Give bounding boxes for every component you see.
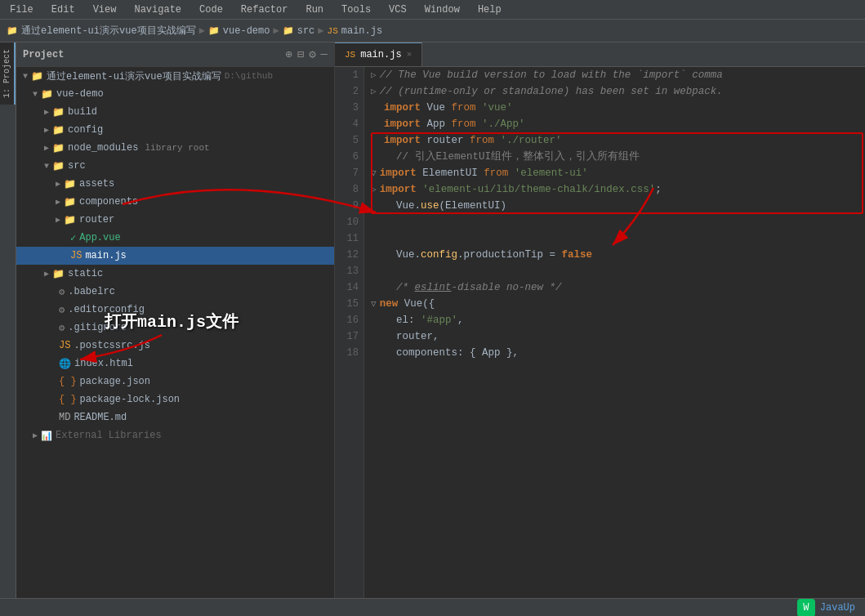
new-kw-15: new bbox=[380, 296, 399, 312]
tree-external-libraries[interactable]: ▶ 📊 External Libraries bbox=[16, 426, 334, 444]
project-tab[interactable]: 1: Project bbox=[0, 42, 16, 105]
code-line-12: Vue. config .productionTip = false bbox=[371, 247, 858, 263]
tree-package-json[interactable]: { } package.json bbox=[16, 373, 334, 391]
space-7b bbox=[508, 165, 515, 181]
tree-babelrc[interactable]: ⚙ .babelrc bbox=[16, 283, 334, 301]
menu-file[interactable]: File bbox=[7, 2, 37, 17]
breadcrumb-sep-2: ▶ bbox=[273, 25, 279, 37]
tree-main-js[interactable]: JS main.js bbox=[16, 247, 334, 265]
import-kw-3: import bbox=[384, 100, 421, 116]
from-kw-5: from bbox=[470, 132, 494, 149]
code-line-1: ▷ // The Vue build version to load with … bbox=[371, 67, 858, 83]
breadcrumb-file-icon: JS bbox=[328, 26, 338, 36]
tree-assets[interactable]: ▶ 📁 assets bbox=[16, 175, 334, 193]
breadcrumb-folder-icon-1: 📁 bbox=[7, 25, 18, 36]
el-16: el: bbox=[384, 312, 421, 328]
static-folder-icon: 📁 bbox=[52, 268, 65, 280]
sidebar-title: Project bbox=[23, 49, 64, 60]
tree-gitignore[interactable]: ⚙ .gitignore bbox=[16, 319, 334, 337]
breadcrumb-item-1[interactable]: 通过element-ui演示vue项目实战编写 bbox=[21, 24, 196, 38]
str-4: './App' bbox=[482, 116, 525, 132]
tree-node-modules[interactable]: ▶ 📁 node_modules library root bbox=[16, 139, 334, 157]
sidebar-action-add[interactable]: ⊕ bbox=[285, 47, 292, 61]
space-7a: ElementUI bbox=[417, 165, 484, 181]
tree-router[interactable]: ▶ 📁 router bbox=[16, 211, 334, 229]
str-16: '#app' bbox=[421, 312, 457, 328]
editorconfig-label: .editorconfig bbox=[68, 304, 145, 315]
sidebar-action-collapse[interactable]: ⊟ bbox=[297, 47, 304, 61]
index-html-icon: 🌐 bbox=[59, 358, 71, 370]
menu-code[interactable]: Code bbox=[196, 2, 226, 17]
router-folder-icon: 📁 bbox=[64, 214, 76, 226]
sidebar-action-settings[interactable]: ⚙ bbox=[309, 47, 315, 61]
breadcrumb-item-4[interactable]: main.js bbox=[341, 25, 382, 37]
node-modules-arrow: ▶ bbox=[44, 143, 49, 153]
config-label: config bbox=[68, 124, 103, 136]
tree-app-vue[interactable]: ✓ App.vue bbox=[16, 229, 334, 247]
status-bar: W JavaUp bbox=[0, 598, 865, 616]
menu-refactor[interactable]: Refactor bbox=[238, 2, 292, 17]
root-folder-icon: 📁 bbox=[31, 70, 43, 83]
tree-postcssrc[interactable]: JS .postcssrc.js bbox=[16, 337, 334, 355]
breadcrumb-folder-icon-2: 📁 bbox=[208, 25, 220, 36]
breadcrumb-item-3[interactable]: src bbox=[297, 25, 315, 37]
gitignore-label: .gitignore bbox=[68, 322, 127, 333]
tree-root[interactable]: ▼ 📁 通过element-ui演示vue项目实战编写 D:\github bbox=[16, 67, 334, 85]
tree-src[interactable]: ▼ 📁 src bbox=[16, 157, 334, 175]
menu-vcs[interactable]: VCS bbox=[386, 2, 410, 17]
tree-config[interactable]: ▶ 📁 config bbox=[16, 121, 334, 139]
code-line-13 bbox=[371, 263, 858, 279]
breadcrumb: 📁 通过element-ui演示vue项目实战编写 ▶ 📁 vue-demo ▶… bbox=[0, 20, 865, 42]
tree-build[interactable]: ▶ 📁 build bbox=[16, 103, 334, 121]
tree-components[interactable]: ▶ 📁 components bbox=[16, 193, 334, 211]
tab-close-button[interactable]: × bbox=[407, 50, 412, 60]
menu-window[interactable]: Window bbox=[421, 2, 463, 17]
tab-file-icon: JS bbox=[345, 50, 355, 60]
sidebar: Project ⊕ ⊟ ⚙ — ▼ 📁 通过element-ui演示vue项目实… bbox=[16, 42, 335, 598]
tree-static[interactable]: ▶ 📁 static bbox=[16, 265, 334, 283]
components-label: components bbox=[79, 196, 138, 208]
tree-index-html[interactable]: 🌐 index.html bbox=[16, 355, 334, 373]
menu-help[interactable]: Help bbox=[475, 2, 505, 17]
app-vue-label: App.vue bbox=[79, 232, 120, 243]
tree-vue-demo[interactable]: ▼ 📁 vue-demo bbox=[16, 85, 334, 103]
menu-view[interactable]: View bbox=[90, 2, 120, 17]
tree-editorconfig[interactable]: ⚙ .editorconfig bbox=[16, 301, 334, 319]
vue-demo-arrow: ▼ bbox=[33, 90, 38, 99]
main-js-tab[interactable]: JS main.js × bbox=[335, 42, 422, 66]
import-kw-4: import bbox=[384, 116, 421, 132]
space-5b bbox=[494, 132, 501, 149]
from-kw-7: from bbox=[484, 165, 508, 181]
code-line-17: router, bbox=[371, 328, 858, 345]
breadcrumb-sep-1: ▶ bbox=[199, 25, 205, 37]
components-folder-icon: 📁 bbox=[64, 196, 76, 208]
ext-libs-icon: 📊 bbox=[41, 431, 52, 441]
from-kw-3: from bbox=[452, 100, 476, 116]
config-method-12: config bbox=[421, 247, 457, 263]
sidebar-content: ▼ 📁 通过element-ui演示vue项目实战编写 D:\github ▼ … bbox=[16, 67, 334, 598]
tree-package-lock-json[interactable]: { } package-lock.json bbox=[16, 391, 334, 408]
code-line-3: import Vue from 'vue' bbox=[371, 100, 858, 116]
wechat-icon: W bbox=[797, 599, 815, 617]
readme-icon: MD bbox=[59, 412, 70, 423]
menu-navigate[interactable]: Navigate bbox=[131, 2, 185, 17]
tree-readme[interactable]: MD README.md bbox=[16, 408, 334, 426]
breadcrumb-item-2[interactable]: vue-demo bbox=[223, 25, 270, 37]
sidebar-action-minimize[interactable]: — bbox=[321, 47, 328, 61]
editorconfig-icon: ⚙ bbox=[59, 304, 65, 316]
tab-bar: JS main.js × bbox=[335, 42, 865, 67]
comment-1: // The Vue build version to load with th… bbox=[380, 67, 723, 83]
menu-run[interactable]: Run bbox=[302, 2, 327, 17]
space-15: Vue({ bbox=[398, 296, 435, 312]
sidebar-header: Project ⊕ ⊟ ⚙ — bbox=[16, 42, 334, 67]
fold-icon-1: ▷ bbox=[371, 67, 377, 83]
ext-libs-arrow: ▶ bbox=[33, 431, 38, 440]
postcssrc-label: .postcssrc.js bbox=[74, 340, 150, 351]
node-modules-icon: 📁 bbox=[52, 142, 65, 154]
line-numbers: 1 2 3 4 5 6 7 8 9 10 11 12 13 14 15 16 1 bbox=[335, 67, 364, 598]
breadcrumb-sep-3: ▶ bbox=[318, 25, 323, 37]
menu-edit[interactable]: Edit bbox=[48, 2, 78, 17]
code-editor[interactable]: ▷ // The Vue build version to load with … bbox=[364, 67, 865, 598]
menu-tools[interactable]: Tools bbox=[338, 2, 374, 17]
indent-6 bbox=[384, 149, 396, 165]
